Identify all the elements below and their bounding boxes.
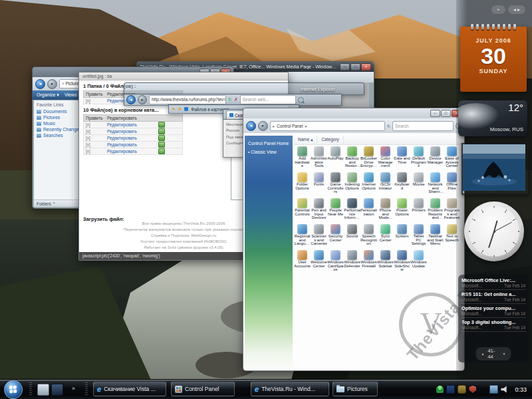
table-row[interactable]: [x] Редактировать (83, 142, 183, 148)
row-checkbox[interactable]: [x] (84, 98, 105, 104)
language-indicator-icon[interactable] (458, 385, 466, 394)
edit-link[interactable]: Редактировать (105, 135, 158, 141)
row-checkbox[interactable]: [x] (84, 135, 105, 141)
classic-view-link[interactable]: • Classic View (245, 146, 293, 154)
control-panel-item[interactable]: Windows Sidebar (377, 249, 394, 275)
control-panel-item[interactable]: Backup and Restore Center (344, 145, 360, 171)
control-panel-item[interactable]: Date and Time (394, 145, 410, 171)
feed-title[interactable]: RSS 101: Get online a... (462, 291, 525, 297)
feed-item[interactable]: Top 3 digital shooting... Microsoft... T… (461, 318, 526, 332)
control-panel-item[interactable]: AutoPlay (327, 145, 344, 171)
add-gadget-button[interactable]: + (491, 5, 505, 14)
url-field[interactable]: http://www.thevista.ru/forums.php?lev=po… (149, 95, 226, 104)
feed-title[interactable]: Microsoft Office Live:... (462, 277, 525, 283)
taskbar-button-thevista[interactable]: e TheVista.Ru - Wind... (251, 382, 329, 396)
maximize-button[interactable]: □ (441, 110, 451, 117)
table-row[interactable]: [x] Редактировать (83, 135, 183, 142)
favorites-star-icon[interactable]: ★ (172, 106, 176, 112)
control-panel-item[interactable]: BitLocker Drive Encryption (360, 145, 377, 171)
control-panel-item[interactable]: iSCSI Initiator (377, 171, 394, 197)
weather-gadget[interactable]: 12° Moscow, RUS (458, 100, 527, 136)
clock-gadget[interactable] (464, 201, 524, 261)
row-checkbox[interactable]: [x] (84, 128, 105, 134)
security-alert-icon[interactable] (469, 386, 476, 393)
back-button[interactable]: ◂ (35, 79, 45, 89)
edit-link[interactable]: Редактировать (105, 148, 158, 154)
edit-link[interactable]: Редактировать (105, 142, 158, 148)
breadcrumb[interactable]: ▸ Control Panel ▸ (270, 121, 385, 131)
prev-icon[interactable]: ◂ (513, 7, 516, 13)
control-panel-item[interactable]: Windows CardSpace (327, 249, 344, 275)
feed-pager[interactable]: ▲ 41-44 ▼ (476, 347, 511, 360)
control-panel-item[interactable]: Windows SideShow (394, 249, 410, 275)
taskbar-clock[interactable]: 0:33 (515, 386, 527, 393)
feed-item[interactable]: RSS 101: Get online a... Microsoft... Tu… (461, 290, 526, 304)
feed-title[interactable]: Top 3 digital shooting... (462, 319, 525, 325)
control-panel-item[interactable]: Network and Sharing Center (427, 171, 444, 197)
add-favorite-icon[interactable]: ✚ (178, 106, 182, 112)
category-column-header[interactable]: Category (317, 136, 343, 144)
control-panel-item[interactable]: Phone and Modem Options (377, 197, 394, 223)
control-panel-item[interactable]: Default Programs (410, 145, 427, 171)
control-panel-item[interactable]: Administrative Tools (311, 145, 327, 171)
sync-tray-icon[interactable] (446, 385, 455, 394)
switch-windows-icon[interactable] (51, 384, 63, 396)
start-button[interactable] (4, 380, 23, 399)
control-panel-home-link[interactable]: Control Panel Home (245, 136, 293, 146)
control-panel-item[interactable]: Sound (344, 223, 360, 249)
edit-link[interactable]: Редактировать (105, 128, 158, 134)
control-panel-item[interactable]: Color Management (377, 145, 394, 171)
pager-up-icon[interactable]: ▲ (481, 352, 485, 356)
minimize-button[interactable]: – (340, 63, 350, 70)
photo-slideshow-gadget[interactable] (462, 143, 529, 195)
control-panel-item[interactable]: Folder Options (294, 171, 311, 197)
breadcrumb-item[interactable]: Control Panel (277, 122, 303, 130)
taskbar-button-pictures[interactable]: Pictures (332, 382, 378, 396)
titlebar[interactable]: – □ × (243, 108, 464, 118)
maximize-button[interactable]: □ (350, 63, 360, 70)
stop-icon[interactable]: ✗ (234, 97, 238, 102)
back-button[interactable]: ◂ (246, 121, 256, 131)
gadget-page-buttons[interactable]: ◂ ▸ (508, 5, 525, 14)
search-input[interactable]: Search (392, 121, 454, 131)
edit-link[interactable]: Редактировать (105, 122, 158, 128)
row-checkbox[interactable]: [x] (84, 148, 105, 154)
table-row[interactable]: [x] Редактировать (83, 148, 183, 155)
row-checkbox[interactable]: [x] (84, 142, 105, 148)
row-checkbox[interactable]: [x] (84, 122, 105, 128)
control-panel-item[interactable]: Welcome Center (311, 249, 327, 275)
refresh-icon[interactable]: ↻ (228, 97, 232, 102)
control-panel-item[interactable]: System (394, 223, 410, 249)
taskbar-button-control-panel[interactable]: Control Panel (171, 382, 235, 396)
control-panel-item[interactable]: Internet Options (360, 171, 377, 197)
control-panel-item[interactable]: Security Center (327, 223, 344, 249)
control-panel-item[interactable]: Scanners and Cameras (311, 223, 327, 249)
control-panel-item[interactable]: Tablet PC Settings (410, 223, 427, 249)
control-panel-item[interactable]: Keyboard (394, 171, 410, 197)
control-panel-item[interactable]: Game Controllers (327, 171, 344, 197)
network-icon[interactable] (489, 385, 498, 394)
table-row[interactable]: [x] Редактировать (83, 128, 183, 135)
show-desktop-icon[interactable] (37, 384, 49, 396)
control-panel-item[interactable]: Taskbar and Start Menu (427, 223, 444, 249)
name-column-header[interactable]: Name ▴ (294, 136, 317, 144)
control-panel-item[interactable]: Power Options (394, 197, 410, 223)
back-button[interactable]: ◂ (126, 95, 136, 104)
minimize-button[interactable]: – (430, 110, 440, 117)
control-panel-item[interactable]: Pen and Input Devices (311, 197, 327, 223)
forward-button[interactable]: ▸ (258, 121, 268, 131)
quick-launch-chevron[interactable]: » (72, 385, 75, 392)
taskbar-button-download-vista[interactable]: e Скачивание Vista ... (93, 382, 166, 396)
next-icon[interactable]: ▸ (517, 7, 520, 13)
feed-item[interactable]: Optimize your compu... Microsoft... Tue … (461, 304, 526, 318)
control-panel-item[interactable]: Fonts (311, 171, 327, 197)
control-panel-item[interactable]: Sync Center (377, 223, 394, 249)
control-panel-item[interactable]: Add Hardware (294, 145, 311, 171)
control-panel-item[interactable]: Indexing Options (344, 171, 360, 197)
control-panel-item[interactable]: Windows Firewall (360, 249, 377, 275)
organize-button[interactable]: Organize ▾ (37, 92, 59, 98)
control-panel-item[interactable]: User Accounts (294, 249, 311, 275)
internet-explorer-shortcut-label[interactable]: Internet Explorer (301, 87, 335, 92)
volume-icon[interactable] (501, 386, 508, 393)
control-panel-item[interactable]: Mouse (410, 171, 427, 197)
